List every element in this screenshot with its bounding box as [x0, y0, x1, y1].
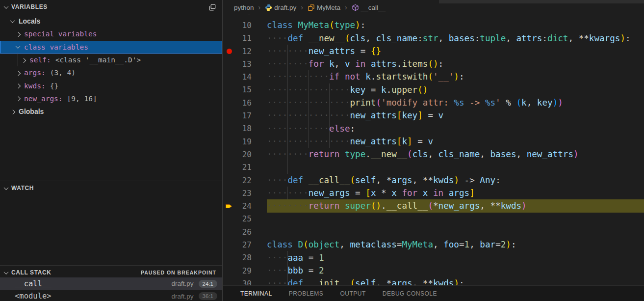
code-line-21[interactable]: 21 [223, 161, 644, 174]
breadcrumb-separator: › [301, 3, 303, 11]
line-number: 17 [235, 111, 252, 120]
line-number: 29 [235, 266, 252, 275]
watch-header[interactable]: WATCH [0, 181, 222, 195]
variables-pane: VARIABLES Localsspecial variablesclass v… [0, 0, 222, 181]
tab-output[interactable]: OUTPUT [340, 290, 365, 297]
code-lines: 910class MyMeta(type):11····def __new__(… [223, 15, 644, 285]
breakpoint-icon[interactable] [223, 49, 235, 54]
line-number: 14 [235, 72, 252, 82]
code-line-25[interactable]: 25 [223, 213, 644, 225]
chevron-down-icon[interactable] [15, 44, 20, 49]
frame-name: __call__ [15, 279, 52, 288]
variable-name: new_args: [24, 95, 63, 103]
line-content: ················print('modify attr: %s -… [252, 96, 563, 109]
variables-row-kwds[interactable]: kwds:{} [0, 79, 222, 92]
breadcrumb-item-mymeta[interactable]: MyMeta [308, 4, 340, 11]
code-line-16[interactable]: 16················print('modify attr: %s… [223, 96, 644, 109]
variables-row-locals[interactable]: Locals [0, 15, 222, 27]
variable-value: (3, 4) [50, 69, 76, 77]
line-number: 23 [235, 189, 252, 198]
code-line-18[interactable]: 18············else: [223, 122, 644, 135]
code-line-20[interactable]: 20········return type.__new__(cls, cls_n… [223, 148, 644, 161]
code-line-22[interactable]: 22····def __call__(self, *args, **kwds) … [223, 174, 644, 187]
chevron-right-icon[interactable] [16, 32, 21, 37]
stack-frame[interactable]: <module>draft.py36:1 [0, 290, 222, 301]
panel-tab-bar: TERMINALPROBLEMSOUTPUTDEBUG CONSOLE [223, 285, 644, 301]
line-content: ····def __init__(self, *args, **kwds): [252, 277, 464, 285]
code-line-11[interactable]: 11····def __new__(cls, cls_name:str, bas… [223, 32, 644, 45]
chevron-right-icon[interactable] [16, 97, 21, 102]
code-line-14[interactable]: 14············if not k.startswith('__'): [223, 70, 644, 83]
stack-frame[interactable]: __call__draft.py24:1 [0, 277, 222, 290]
breadcrumb-item-draft.py[interactable]: draft.py [265, 4, 296, 11]
frame-file: draft.py [172, 280, 194, 287]
variables-row-globals[interactable]: Globals [0, 105, 222, 118]
variable-name: Locals [19, 17, 40, 25]
code-line-29[interactable]: 29····bbb = 2 [223, 264, 644, 277]
frame-line-badge: 24:1 [199, 280, 217, 288]
variables-row-new_args[interactable]: new_args:[9, 16] [0, 92, 222, 105]
breadcrumb-item-__call__[interactable]: __call__ [352, 4, 386, 11]
code-line-9[interactable]: 9 [223, 15, 644, 19]
code-area[interactable]: 910class MyMeta(type):11····def __new__(… [223, 15, 644, 285]
tab-debug-console[interactable]: DEBUG CONSOLE [383, 290, 437, 297]
python-icon [265, 4, 272, 11]
tab-problems[interactable]: PROBLEMS [289, 290, 324, 297]
variables-tree: Localsspecial variablesclass variablesse… [0, 15, 222, 181]
current-line-arrow-icon[interactable] [223, 202, 235, 210]
code-line-24[interactable]: 24········return super().__call__(*new_a… [223, 199, 644, 212]
chevron-down-icon[interactable] [10, 18, 15, 23]
code-line-10[interactable]: 10class MyMeta(type): [223, 19, 644, 31]
line-number: 11 [235, 33, 252, 43]
line-content: ········new_args = [x * x for x in args] [252, 187, 475, 199]
code-line-27[interactable]: 27class D(object, metaclass=MyMeta, foo=… [223, 238, 644, 251]
code-line-28[interactable]: 28····aaa = 1 [223, 251, 644, 264]
line-content: ············else: [252, 122, 355, 135]
line-number: 28 [235, 253, 252, 262]
code-line-30[interactable]: 30····def __init__(self, *args, **kwds): [223, 277, 644, 285]
line-content: ········for k, v in attrs.items(): [252, 57, 443, 70]
variables-row-classvariables[interactable]: class variables [0, 41, 222, 54]
line-number: 13 [235, 59, 252, 69]
code-line-26[interactable]: 26 [223, 225, 644, 238]
chevron-right-icon[interactable] [16, 71, 21, 76]
variables-title: VARIABLES [11, 3, 48, 10]
line-number: 10 [235, 21, 252, 30]
tab-terminal[interactable]: TERMINAL [240, 290, 272, 297]
breadcrumb-separator: › [345, 3, 347, 11]
frame-line-badge: 36:1 [199, 292, 217, 300]
line-number: 24 [235, 201, 252, 211]
collapse-all-icon[interactable] [208, 3, 216, 11]
variables-row-specialvariables[interactable]: special variables [0, 27, 222, 40]
line-content: ····def __call__(self, *args, **kwds) ->… [252, 174, 501, 187]
line-number: 15 [235, 85, 252, 94]
variables-row-args[interactable]: args:(3, 4) [0, 66, 222, 79]
chevron-right-icon[interactable] [21, 58, 26, 63]
line-number: 22 [235, 176, 252, 185]
code-line-19[interactable]: 19················new_attrs[k] = v [223, 135, 644, 148]
paused-status-badge: PAUSED ON BREAKPOINT [141, 270, 222, 275]
code-line-12[interactable]: 12········new_attrs = {} [223, 45, 644, 57]
code-line-23[interactable]: 23········new_args = [x * x for x in arg… [223, 187, 644, 199]
line-number: 21 [235, 163, 252, 172]
line-number: 18 [235, 124, 252, 133]
code-line-17[interactable]: 17················new_attrs[key] = v [223, 109, 644, 122]
breadcrumb-item-python[interactable]: python [234, 4, 254, 11]
code-line-15[interactable]: 15················key = k.upper() [223, 83, 644, 96]
variable-name: kwds: [24, 82, 46, 90]
line-number: 19 [235, 137, 252, 146]
call-stack-list: __call__draft.py24:1<module>draft.py36:1 [0, 277, 222, 301]
chevron-right-icon[interactable] [10, 109, 15, 114]
code-line-13[interactable]: 13········for k, v in attrs.items(): [223, 57, 644, 70]
variable-name: special variables [24, 30, 97, 38]
watch-pane: WATCH [0, 181, 222, 265]
chevron-right-icon[interactable] [16, 83, 21, 88]
chevron-down-icon [4, 185, 9, 190]
variable-name: args: [24, 69, 46, 77]
line-content: ········return super().__call__(*new_arg… [252, 199, 527, 212]
variables-row-self[interactable]: self:<class '__main__.D'> [0, 54, 222, 66]
variables-header[interactable]: VARIABLES [0, 0, 222, 14]
variable-value: <class '__main__.D'> [55, 56, 141, 64]
chevron-down-icon [4, 270, 9, 274]
line-content: ····bbb = 2 [252, 264, 324, 277]
